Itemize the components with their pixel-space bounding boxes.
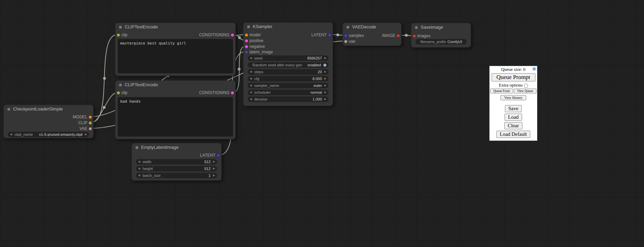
clear-button[interactable]: Clear xyxy=(504,122,522,129)
filename-prefix-widget[interactable]: filename_prefix ComfyUI xyxy=(416,39,467,44)
input-slot-clip: clip xyxy=(115,32,127,37)
slot-label: samples xyxy=(349,33,364,38)
width-widget[interactable]: ◀ width 512 ▶ xyxy=(136,159,217,165)
cfg-widget[interactable]: ◀ cfg 8.000 ▶ xyxy=(248,76,329,81)
queue-front-button[interactable]: Queue Front xyxy=(490,89,513,93)
slot-label: CONDITIONING xyxy=(199,32,230,37)
increment-arrow-icon[interactable]: ▶ xyxy=(324,69,326,75)
denoise-widget[interactable]: ◀ denoise 1.000 ▶ xyxy=(248,96,329,102)
increment-arrow-icon[interactable]: ▶ xyxy=(324,90,326,95)
input-slot-positive: positive xyxy=(244,38,263,43)
positive-prompt-textarea[interactable]: masterpiece best quality girl xyxy=(118,39,233,73)
widget-label: batch_size xyxy=(143,173,161,178)
vae-output-dot[interactable] xyxy=(89,127,92,130)
positive-input-dot[interactable] xyxy=(245,39,248,42)
toggle-on-dot[interactable] xyxy=(323,64,326,67)
node-clip-text-encode-negative[interactable]: CLIPTextEncode clip CONDITIONING bad han… xyxy=(115,80,236,139)
image-output-dot[interactable] xyxy=(397,34,400,37)
slot-label: negative xyxy=(249,44,265,49)
output-slot-conditioning: CONDITIONING xyxy=(199,90,235,95)
decrement-arrow-icon[interactable]: ◀ xyxy=(250,69,252,75)
slot-label: MODEL xyxy=(73,115,87,119)
latent-output-dot[interactable] xyxy=(328,34,331,37)
slot-label: images xyxy=(417,34,431,38)
load-default-button[interactable]: Load Default xyxy=(496,131,531,138)
node-clip-text-encode-positive[interactable]: CLIPTextEncode clip CONDITIONING masterp… xyxy=(115,23,236,76)
save-button[interactable]: Save xyxy=(505,105,522,112)
slot-label: LATENT xyxy=(200,153,215,158)
height-widget[interactable]: ◀ height 512 ▶ xyxy=(136,166,217,171)
extra-options-checkbox[interactable] xyxy=(524,84,528,88)
node-empty-latent-image[interactable]: EmptyLatentImage LATENT ◀ width 512 ▶ ◀ … xyxy=(132,143,222,181)
node-vae-decode[interactable]: VAEDecode samples vae IMAGE xyxy=(343,23,401,46)
decrement-arrow-icon[interactable]: ◀ xyxy=(250,55,252,61)
slot-label: CONDITIONING xyxy=(199,90,230,95)
increment-arrow-icon[interactable]: ▶ xyxy=(324,83,326,88)
samples-input-dot[interactable] xyxy=(344,34,347,37)
ckpt-name-widget[interactable]: ◀ ckpt_name v1-5-pruned-emaonly.ckpt ▶ xyxy=(8,132,89,137)
view-queue-button[interactable]: View Queue xyxy=(514,89,537,93)
seed-widget[interactable]: ◀ seed 8566257 ▶ xyxy=(248,55,329,61)
link-midpoint-dot[interactable] xyxy=(336,34,339,36)
link-midpoint-dot[interactable] xyxy=(103,106,106,109)
settings-gear-icon[interactable] xyxy=(532,67,536,71)
scheduler-widget[interactable]: ◀ scheduler normal ▶ xyxy=(248,90,329,95)
clip-input-dot[interactable] xyxy=(117,34,120,37)
batch-size-widget[interactable]: ◀ batch_size 1 ▶ xyxy=(136,173,217,178)
node-ksampler[interactable]: KSampler model positive negative latent_… xyxy=(243,22,333,106)
increment-arrow-icon[interactable]: ▶ xyxy=(213,173,215,178)
decrement-arrow-icon[interactable]: ◀ xyxy=(250,96,252,102)
latent-output-dot[interactable] xyxy=(217,154,220,157)
link-midpoint-dot[interactable] xyxy=(103,77,106,80)
queue-prompt-button[interactable]: Queue Prompt xyxy=(492,73,535,81)
widget-label: scheduler xyxy=(254,90,271,94)
negative-input-dot[interactable] xyxy=(245,45,248,48)
slot-label: positive xyxy=(249,38,263,43)
latent-image-input-dot[interactable] xyxy=(245,51,248,54)
node-save-image[interactable]: SaveImage images filename_prefix ComfyUI xyxy=(411,23,471,48)
conditioning-output-dot[interactable] xyxy=(231,34,234,37)
model-output-dot[interactable] xyxy=(89,116,92,119)
conditioning-output-dot[interactable] xyxy=(231,91,234,94)
widget-value: ComfyUI xyxy=(447,40,462,44)
output-slot-vae: VAE xyxy=(79,126,93,131)
model-input-dot[interactable] xyxy=(245,34,248,37)
node-checkpoint-loader[interactable]: CheckpointLoaderSimple MODEL CLIP VAE ◀ … xyxy=(3,105,94,138)
vae-input-dot[interactable] xyxy=(344,40,347,43)
images-input-dot[interactable] xyxy=(413,35,416,38)
load-button[interactable]: Load xyxy=(505,114,522,121)
increment-arrow-icon[interactable]: ▶ xyxy=(324,76,326,81)
sampler-name-widget[interactable]: ◀ sampler_name euler ▶ xyxy=(248,83,329,88)
increment-arrow-icon[interactable]: ▶ xyxy=(324,55,326,61)
steps-widget[interactable]: ◀ steps 20 ▶ xyxy=(248,69,329,75)
widget-value: 512 xyxy=(204,160,210,164)
increment-arrow-icon[interactable]: ▶ xyxy=(213,166,215,171)
clip-output-dot[interactable] xyxy=(89,121,92,125)
widget-value: 1.000 xyxy=(312,97,322,101)
output-slot-conditioning: CONDITIONING xyxy=(199,32,235,37)
increment-arrow-icon[interactable]: ▶ xyxy=(324,96,326,102)
decrement-arrow-icon[interactable]: ◀ xyxy=(250,76,252,81)
increment-arrow-icon[interactable]: ▶ xyxy=(213,159,215,165)
negative-prompt-textarea[interactable]: bad hands xyxy=(118,97,233,136)
decrement-arrow-icon[interactable]: ◀ xyxy=(138,159,140,165)
link-midpoint-dot[interactable] xyxy=(238,68,240,70)
node-title: KSampler xyxy=(244,23,333,31)
slot-label: CLIP xyxy=(78,120,87,125)
decrement-arrow-icon[interactable]: ◀ xyxy=(10,132,12,137)
slot-label: VAE xyxy=(79,126,87,131)
decrement-arrow-icon[interactable]: ◀ xyxy=(138,173,140,178)
link-midpoint-dot[interactable] xyxy=(405,34,408,37)
widget-label: width xyxy=(143,160,151,164)
graph-canvas[interactable]: { "colors": { "model": "#df8a1a", "clip"… xyxy=(0,0,644,247)
link-midpoint-dot[interactable] xyxy=(238,36,241,39)
random-seed-toggle-widget[interactable]: Random seed after every gen enabled xyxy=(248,62,329,68)
node-title: CLIPTextEncode xyxy=(115,23,235,31)
increment-arrow-icon[interactable]: ▶ xyxy=(85,132,87,137)
decrement-arrow-icon[interactable]: ◀ xyxy=(138,166,140,171)
decrement-arrow-icon[interactable]: ◀ xyxy=(250,83,252,88)
input-slot-clip: clip xyxy=(115,90,127,95)
decrement-arrow-icon[interactable]: ◀ xyxy=(250,90,252,95)
view-history-button[interactable]: View History xyxy=(500,95,527,100)
clip-input-dot[interactable] xyxy=(117,91,120,94)
